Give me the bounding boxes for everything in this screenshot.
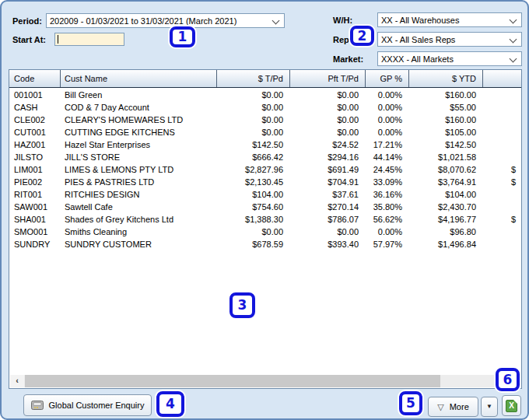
cell: $ [482,213,521,226]
cell: $0.00 [289,126,365,138]
cell: $104.00 [216,188,289,201]
cell [482,238,521,250]
text-caret [58,35,58,44]
cell: Sawtell Cafe [60,201,216,213]
cell: Smiths Cleaning [60,226,216,238]
warehouse-select[interactable]: XX - All Warehouses [377,12,522,27]
table-row[interactable]: HAZ001Hazel Star Enterprises$142.50$24.5… [9,138,521,151]
table-row[interactable]: LIM001LIMES & LEMONS PTY LTD$2,827.96$69… [9,163,521,176]
cell: $0.00 [216,89,289,101]
column-header[interactable]: $ YTD [408,70,482,87]
warehouse-label: W/H: [333,16,352,25]
market-select[interactable]: XXXX - All Markets [377,51,522,66]
cell: $0.00 [289,101,365,114]
cell: 0.00% [365,89,408,101]
cell: $0.00 [216,101,289,114]
table-row[interactable]: CLE002CLEARY'S HOMEWARES LTD$0.00$0.000.… [9,114,521,126]
start-at-input[interactable] [54,33,124,46]
cell [482,89,521,101]
column-divider [289,70,290,87]
table-row[interactable]: RIT001RITCHIES DESIGN$104.00$37.6136.16%… [9,188,521,201]
table-row[interactable]: 001001Bill Green$0.00$0.000.00%$160.00 [9,89,521,101]
table-row[interactable]: SHA001Shades of Grey Kitchens Ltd$1,388.… [9,213,521,226]
cell: $0.00 [289,114,365,126]
cell: SMO001 [9,226,60,238]
cell [482,126,521,138]
rep-label: Rep: [333,35,352,44]
cell: $24.52 [289,138,365,151]
more-label: More [450,402,469,411]
table-row[interactable]: CUT001CUTTING EDGE KITCHENS$0.00$0.000.0… [9,126,521,138]
global-customer-enquiry-button[interactable]: Global Customer Enquiry [23,394,152,416]
cell: 33.09% [365,176,408,188]
more-button[interactable]: ▽ More [428,397,478,417]
table-row[interactable]: PIE002PIES & PASTRIES LTD$2,130.45$704.9… [9,176,521,188]
column-header[interactable] [482,70,521,87]
cell: $142.50 [216,138,289,151]
cell: LIMES & LEMONS PTY LTD [60,163,216,176]
triangle-down-icon: ▽ [437,403,443,411]
market-label: Market: [333,54,363,64]
cell: $ [482,163,521,176]
cell: $160.00 [408,114,482,126]
more-dropdown-button[interactable]: ▼ [481,397,498,417]
cell: $0.00 [216,226,289,238]
table-row[interactable]: CASHCOD & 7 Day Account$0.00$0.000.00%$5… [9,101,521,114]
cell: $786.07 [289,213,365,226]
column-header[interactable]: $ T/Pd [216,70,289,87]
callout-2: 2 [350,26,374,46]
cell: $4,196.77 [408,213,482,226]
period-select[interactable]: 202009 - 01/03/2021 to 31/03/2021 (March… [46,13,285,28]
cell: $1,496.84 [408,238,482,250]
cell: $37.61 [289,188,365,201]
horizontal-scrollbar[interactable]: ‹ › [10,375,520,387]
column-header[interactable]: Pft T/Pd [289,70,365,87]
table-row[interactable]: SUNDRYSUNDRY CUSTOMER$678.59$393.4057.97… [9,238,521,250]
cell: JILSTO [9,151,60,163]
table-row[interactable]: SAW001Sawtell Cafe$754.60$270.1435.80%$2… [9,201,521,213]
cell: $0.00 [216,114,289,126]
warehouse-value: XX - All Warehouses [381,16,459,25]
table-row[interactable]: SMO001Smiths Cleaning$0.00$0.000.00%$96.… [9,226,521,238]
period-value: 202009 - 01/03/2021 to 31/03/2021 (March… [50,16,236,26]
column-header[interactable]: Cust Name [60,70,216,87]
cell: 36.16% [365,188,408,201]
column-divider [216,70,217,87]
cell: $142.50 [408,138,482,151]
cell: $105.00 [408,126,482,138]
cell [482,226,521,238]
cell: $754.60 [216,201,289,213]
cell: $1,388.30 [216,213,289,226]
scroll-left-icon[interactable]: ‹ [10,375,24,387]
rep-value: XX - All Sales Reps [381,35,455,44]
dropdown-arrow-icon: ▼ [486,404,492,410]
period-label: Period: [12,16,42,26]
page-fold-icon [513,400,517,404]
scrollbar-thumb[interactable] [25,375,440,387]
chevron-down-icon [510,16,517,24]
cell: $666.42 [216,151,289,163]
column-divider [60,70,61,87]
callout-5: 5 [399,391,422,415]
cell: $2,130.45 [216,176,289,188]
table-row[interactable]: JILSTOJILL'S STORE$666.42$294.1644.14%$1… [9,151,521,163]
chevron-down-icon [272,17,280,25]
column-divider [482,70,483,87]
cell: SAW001 [9,201,60,213]
cell: 35.80% [365,201,408,213]
export-excel-button[interactable]: X [502,395,521,416]
cell: $104.00 [408,188,482,201]
market-value: XXXX - All Markets [381,54,454,64]
cell: $55.00 [408,101,482,114]
column-header[interactable]: GP % [365,70,408,87]
callout-1: 1 [170,26,195,47]
start-at-label: Start At: [12,35,46,44]
cell: $294.16 [289,151,365,163]
column-divider [365,70,366,87]
cell: $678.59 [216,238,289,250]
global-customer-enquiry-label: Global Customer Enquiry [49,401,145,410]
cell: Shades of Grey Kitchens Ltd [60,213,216,226]
table-header: CodeCust Name$ T/PdPft T/PdGP %$ YTD [9,70,521,88]
column-header[interactable]: Code [9,70,60,87]
rep-select[interactable]: XX - All Sales Reps [377,32,522,47]
